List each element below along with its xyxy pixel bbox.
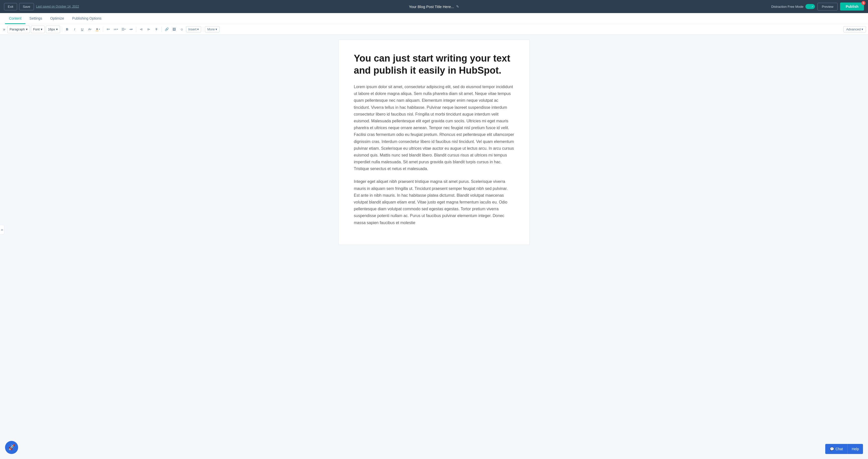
list-ordered-button[interactable]: ☰▾ [120, 26, 127, 33]
size-chevron-icon: ▾ [56, 27, 58, 31]
tab-publishing-options[interactable]: Publishing Options [68, 13, 105, 24]
indent-right-button[interactable]: ⊳ [146, 26, 152, 33]
top-bar: Exit Save Last saved on October 14, 2022… [0, 0, 868, 13]
publish-badge: 5 [862, 1, 866, 5]
sidebar-toggle[interactable]: » [0, 225, 4, 234]
rocket-icon: 🚀 [8, 444, 15, 451]
size-selector[interactable]: 16px ▾ [46, 26, 60, 33]
toolbar-expand-icon[interactable]: » [2, 26, 6, 33]
link-button[interactable]: 🔗 [163, 26, 170, 33]
top-bar-center: Your Blog Post Title Here... ✎ [409, 4, 459, 9]
rocket-button[interactable]: 🚀 [5, 441, 18, 454]
font-color-button[interactable]: A▾ [87, 26, 93, 33]
tab-optimize[interactable]: Optimize [46, 13, 68, 24]
distraction-free-container: Distraction Free Mode ✓ [771, 4, 815, 9]
bold-button[interactable]: B [64, 26, 70, 33]
help-button[interactable]: Help [847, 444, 863, 454]
chat-button[interactable]: 💬 Chat [825, 444, 848, 454]
page-title: Your Blog Post Title Here... [409, 4, 454, 9]
insert-chevron-icon: ▾ [197, 27, 199, 31]
list-unordered-button[interactable]: ≔▾ [113, 26, 119, 33]
insert-dropdown[interactable]: Insert ▾ [186, 26, 202, 32]
image-button[interactable]: 🖼 [171, 26, 178, 33]
editor-heading: You can just start writing your text and… [354, 53, 514, 76]
tab-content[interactable]: Content [5, 13, 25, 24]
advanced-chevron-icon: ▾ [862, 27, 863, 31]
more-dropdown[interactable]: More ▾ [205, 26, 219, 32]
divider-2 [103, 27, 103, 32]
toggle-check-icon: ✓ [811, 5, 813, 8]
editor-body[interactable]: Lorem ipsum dolor sit amet, consectetur … [354, 84, 514, 226]
last-saved-text[interactable]: Last saved on October 14, 2022 [36, 5, 79, 8]
editor-paragraph-2: Integer eget aliquet nibh praesent trist… [354, 178, 514, 226]
chat-help-container: 💬 Chat Help [825, 444, 863, 454]
italic-button[interactable]: I [71, 26, 78, 33]
advanced-dropdown[interactable]: Advanced ▾ [843, 26, 866, 32]
chat-icon: 💬 [830, 447, 834, 451]
tab-settings[interactable]: Settings [25, 13, 46, 24]
editor-container: » You can just start writing your text a… [0, 35, 868, 459]
clear-format-button[interactable]: T̶ [153, 26, 160, 33]
edit-title-icon[interactable]: ✎ [456, 4, 459, 8]
distraction-free-toggle[interactable]: ✓ [805, 4, 815, 9]
font-selector[interactable]: Font ▾ [31, 26, 45, 33]
tab-bar: Content Settings Optimize Publishing Opt… [0, 13, 868, 24]
editor-paragraph-1: Lorem ipsum dolor sit amet, consectetur … [354, 84, 514, 172]
paragraph-selector[interactable]: Paragraph ▾ [7, 26, 30, 33]
indent-button[interactable]: ⇥▾ [128, 26, 134, 33]
editor-area[interactable]: You can just start writing your text and… [338, 40, 530, 245]
editor-toolbar: » Paragraph ▾ Font ▾ 16px ▾ B I U A▾ ▾ ≡… [0, 24, 868, 35]
divider-4 [161, 27, 162, 32]
font-chevron-icon: ▾ [41, 27, 42, 31]
exit-button[interactable]: Exit [4, 3, 17, 10]
underline-button[interactable]: U [79, 26, 86, 33]
preview-button[interactable]: Preview [817, 3, 838, 10]
top-bar-right: Distraction Free Mode ✓ Preview Publish … [771, 2, 864, 10]
top-bar-left: Exit Save Last saved on October 14, 2022 [4, 3, 79, 10]
align-button[interactable]: ≡▾ [105, 26, 112, 33]
publish-button[interactable]: Publish 5 [840, 2, 864, 10]
more-chevron-icon: ▾ [216, 27, 217, 31]
paragraph-chevron-icon: ▾ [26, 27, 28, 31]
divider-5 [203, 27, 203, 32]
save-button[interactable]: Save [19, 3, 34, 10]
emoji-button[interactable]: ☺ [179, 26, 185, 33]
highlight-button[interactable]: ▾ [94, 26, 101, 33]
outdent-button[interactable]: ⊲ [138, 26, 145, 33]
distraction-free-label: Distraction Free Mode [771, 5, 803, 8]
